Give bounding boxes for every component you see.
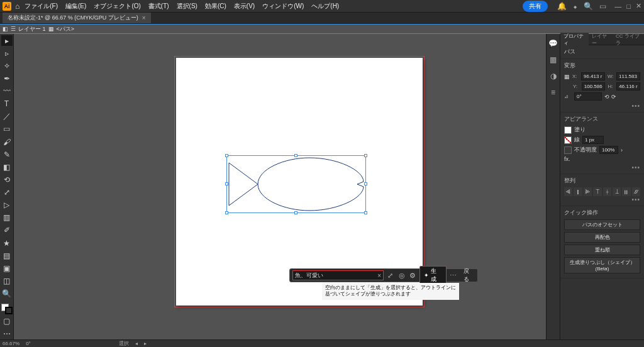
canvas-area[interactable]	[14, 34, 546, 339]
scale-tool-icon[interactable]: ⤢	[1, 187, 13, 198]
align-left-icon[interactable]: ⫷	[564, 187, 572, 196]
tab-layers[interactable]: レイヤー	[589, 33, 613, 47]
distribute-v-icon[interactable]: ⫻	[632, 187, 640, 196]
align-hcenter-icon[interactable]: ⫿	[574, 187, 582, 196]
window-close-icon[interactable]: ✕	[636, 2, 641, 10]
share-button[interactable]: 共有	[523, 1, 548, 12]
arrange-icon[interactable]: ▭	[599, 2, 606, 11]
fx-label[interactable]: fx.	[564, 156, 570, 162]
fish-path-shape[interactable]	[228, 157, 365, 212]
align-vcenter-icon[interactable]: ⟊	[603, 187, 611, 196]
path-crumb[interactable]: <パス>	[57, 25, 75, 33]
type-tool-icon[interactable]: T	[1, 99, 13, 109]
window-minimize-icon[interactable]: —	[614, 3, 621, 10]
x-field[interactable]: 96.413 r	[581, 72, 605, 80]
artboard-nav-next-icon[interactable]: ▸	[144, 341, 147, 346]
angle-field[interactable]: 0°	[574, 92, 602, 101]
rotate-tool-icon[interactable]: ⟲	[1, 174, 13, 185]
home-icon[interactable]: ⌂	[15, 2, 19, 11]
menu-window[interactable]: ウィンドウ(W)	[262, 2, 304, 11]
anchor-reference-icon[interactable]: ▦	[564, 74, 570, 80]
h-field[interactable]: 46.116 r	[616, 82, 640, 91]
zoom-tool-icon[interactable]: 🔍	[1, 289, 13, 299]
rectangle-tool-icon[interactable]: ▭	[1, 124, 13, 135]
stroke-panel-icon[interactable]: ≡	[548, 88, 558, 98]
stroke-color-swatch[interactable]	[564, 136, 572, 144]
eraser-tool-icon[interactable]: ◧	[1, 162, 13, 172]
layer-nav-icon[interactable]: ◧	[3, 26, 8, 32]
menu-file[interactable]: ファイル(F)	[25, 2, 58, 11]
fill-stroke-swatch[interactable]	[1, 304, 13, 314]
prompt-input-wrap: ×	[292, 270, 384, 280]
quick-action-generative-fill[interactable]: 生成塗りつぶし（シェイプ）(Beta)	[564, 257, 640, 273]
close-tab-icon[interactable]: ×	[142, 14, 146, 21]
flip-buttons[interactable]: ⟲ ⟳	[604, 94, 616, 100]
menu-help[interactable]: ヘルプ(H)	[311, 2, 339, 11]
zoom-level[interactable]: 66.67%	[3, 341, 19, 346]
slice-tool-icon[interactable]: ◫	[1, 275, 13, 286]
align-right-icon[interactable]: ⫸	[584, 187, 592, 196]
opacity-field[interactable]: 100%	[599, 146, 618, 154]
fill-color-swatch[interactable]	[564, 126, 572, 134]
tab-properties[interactable]: プロパティ	[560, 33, 589, 47]
align-top-icon[interactable]: ⟙	[593, 187, 601, 196]
align-more[interactable]: •••	[564, 196, 640, 203]
stroke-width-field[interactable]: 1 px	[582, 136, 604, 144]
symbol-tool-icon[interactable]: ★	[1, 238, 13, 248]
generate-button[interactable]: ✦ 生成	[419, 266, 446, 285]
appearance-more[interactable]: •••	[564, 164, 640, 171]
transform-more[interactable]: •••	[564, 102, 640, 109]
artboard-tool-icon[interactable]: ▣	[1, 263, 13, 273]
layers-icon[interactable]: ☰	[11, 26, 16, 32]
magic-wand-tool-icon[interactable]: ✧	[1, 60, 13, 71]
rotate-view[interactable]: 0°	[26, 341, 31, 346]
notification-icon[interactable]: 🔔	[557, 2, 567, 11]
screen-mode-icon[interactable]: ▢	[1, 316, 13, 327]
edit-toolbar-icon[interactable]: ⋯	[1, 329, 13, 339]
variations-icon[interactable]: ◎	[397, 272, 406, 280]
comments-panel-icon[interactable]: 💬	[548, 39, 558, 49]
quick-action-arrange[interactable]: 重ね順	[564, 245, 640, 255]
document-tab[interactable]: 名称未設定-1* @ 66.67 % (CMYK/GPU プレビュー) ×	[3, 13, 151, 23]
more-options-icon[interactable]: ⋯	[449, 272, 458, 280]
line-tool-icon[interactable]: ／	[1, 111, 13, 122]
quick-action-recolor[interactable]: 再配色	[564, 232, 640, 243]
quick-action-offset-path[interactable]: パスのオフセット	[564, 219, 640, 230]
gradient-tool-icon[interactable]: ▥	[1, 212, 13, 223]
menu-object[interactable]: オブジェクト(O)	[94, 2, 140, 11]
pen-tool-icon[interactable]: ✒	[1, 73, 13, 84]
artboard-nav-prev-icon[interactable]: ◂	[135, 341, 138, 346]
selection-tool-icon[interactable]: ▸	[1, 35, 13, 46]
back-button[interactable]: 戻る	[464, 267, 475, 284]
swatches-panel-icon[interactable]: ▦	[548, 55, 558, 65]
align-bottom-icon[interactable]: ⟘	[613, 187, 621, 196]
layer-name[interactable]: レイヤー 1	[18, 25, 46, 33]
graph-tool-icon[interactable]: ▤	[1, 250, 13, 261]
color-panel-icon[interactable]: ◑	[548, 72, 558, 82]
shaper-tool-icon[interactable]: ✎	[1, 149, 13, 160]
clear-prompt-icon[interactable]: ×	[377, 272, 381, 279]
w-field[interactable]: 111.583	[616, 72, 640, 80]
curvature-tool-icon[interactable]: 〰	[1, 86, 13, 97]
eyedropper-tool-icon[interactable]: ✐	[1, 225, 13, 236]
menu-edit[interactable]: 編集(E)	[65, 2, 86, 11]
brush-tool-icon[interactable]: 🖌	[1, 136, 13, 147]
menu-view[interactable]: 表示(V)	[234, 2, 255, 11]
distribute-h-icon[interactable]: ⫼	[622, 187, 630, 196]
y-field[interactable]: 100.586	[582, 82, 606, 91]
window-maximize-icon[interactable]: □	[626, 3, 631, 10]
inspiration-icon[interactable]: ⤢	[386, 272, 395, 280]
learn-icon[interactable]: ⬥	[573, 2, 577, 11]
direct-selection-tool-icon[interactable]: ▹	[1, 48, 13, 58]
search-icon[interactable]: 🔍	[584, 2, 593, 11]
width-tool-icon[interactable]: ▷	[1, 200, 13, 211]
stroke-swatch[interactable]	[5, 307, 13, 314]
menu-select[interactable]: 選択(S)	[177, 2, 197, 11]
menu-type[interactable]: 書式(T)	[148, 2, 169, 11]
prompt-input[interactable]	[295, 272, 377, 278]
menu-effect[interactable]: 効果(C)	[205, 2, 226, 11]
settings-gear-icon[interactable]: ⚙	[408, 272, 417, 280]
tab-cc-libraries[interactable]: CC ライブラ	[613, 33, 644, 47]
path-crumb-icon: ▦	[48, 26, 54, 32]
opacity-chevron-icon[interactable]: ›	[621, 147, 623, 153]
